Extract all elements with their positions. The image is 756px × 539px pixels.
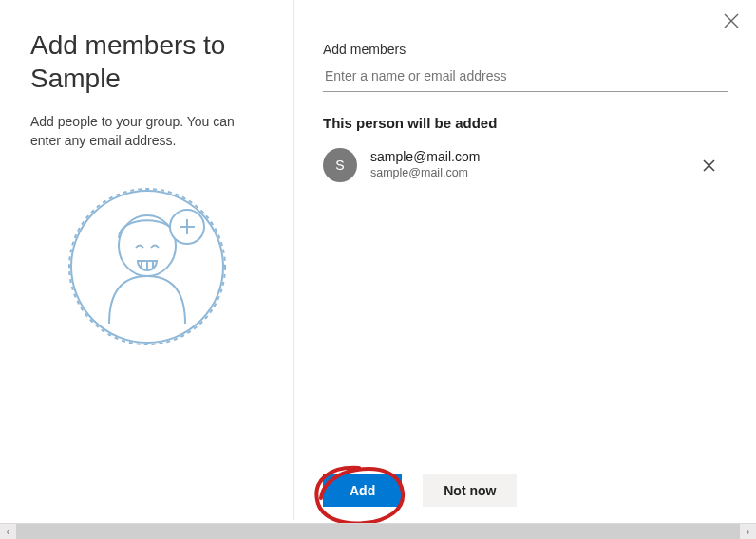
member-info: sample@mail.com sample@mail.com <box>370 149 686 180</box>
search-label: Add members <box>323 42 728 57</box>
close-icon[interactable] <box>720 9 743 32</box>
left-panel: Add members to Sample Add people to your… <box>0 0 294 520</box>
add-person-illustration <box>30 181 263 352</box>
dialog-title: Add members to Sample <box>30 28 263 95</box>
member-row: S sample@mail.com sample@mail.com <box>323 148 728 182</box>
horizontal-scrollbar[interactable]: ‹ › <box>0 523 756 539</box>
add-button[interactable]: Add <box>323 474 402 507</box>
remove-member-icon[interactable] <box>699 156 718 175</box>
avatar: S <box>323 148 357 182</box>
scroll-track[interactable] <box>16 524 740 539</box>
added-section-title: This person will be added <box>323 115 728 131</box>
scroll-right-icon[interactable]: › <box>740 524 756 540</box>
right-panel: Add members This person will be added S … <box>294 0 756 520</box>
dialog-description: Add people to your group. You can enter … <box>30 112 263 151</box>
button-bar: Add Not now <box>323 474 517 507</box>
not-now-button[interactable]: Not now <box>423 474 517 507</box>
member-name: sample@mail.com <box>370 149 686 166</box>
scroll-left-icon[interactable]: ‹ <box>0 524 16 540</box>
member-search-input[interactable] <box>323 63 728 92</box>
member-email: sample@mail.com <box>370 166 686 181</box>
add-members-dialog: Add members to Sample Add people to your… <box>0 0 756 520</box>
